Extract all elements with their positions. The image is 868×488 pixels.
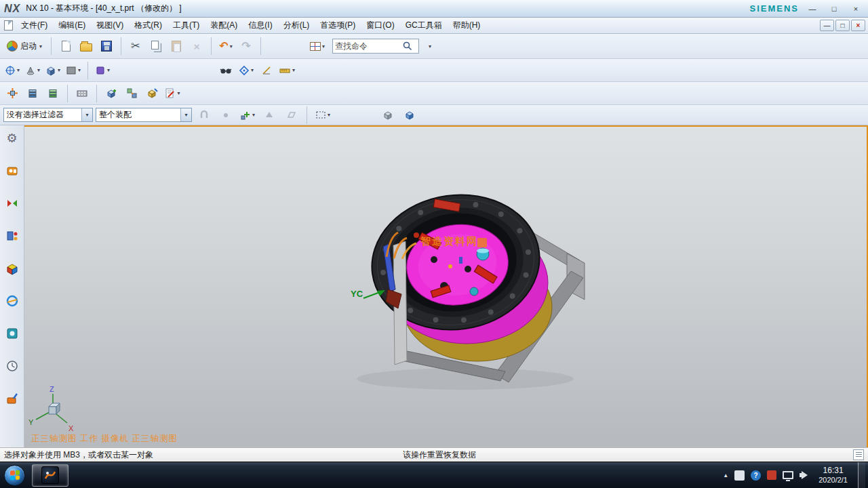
finder-options-button[interactable]: ▾ <box>420 36 439 56</box>
add-component-button[interactable] <box>102 83 121 104</box>
snap-endpoint-button[interactable] <box>216 105 235 125</box>
maximize-button[interactable]: □ <box>826 3 842 15</box>
command-finder-input[interactable] <box>335 41 403 51</box>
dropdown-arrow-icon[interactable]: ▾ <box>39 43 42 49</box>
menu-window[interactable]: 窗口(O) <box>361 18 399 33</box>
annotation-button[interactable]: ▾ <box>163 83 182 104</box>
highlight-body-button[interactable] <box>378 105 397 125</box>
sequence-button[interactable] <box>73 83 92 104</box>
dropdown-arrow-icon[interactable]: ▾ <box>252 112 255 118</box>
nx-taskbar-button[interactable] <box>32 464 68 487</box>
display-tray-icon[interactable] <box>783 471 793 479</box>
menu-gc-toolbox[interactable]: GC工具箱 <box>400 18 448 33</box>
orient-view-button[interactable]: ▾ <box>3 60 22 81</box>
dropdown-arrow-icon[interactable]: ▾ <box>230 43 233 49</box>
dropdown-arrow-icon[interactable]: ▾ <box>328 112 330 118</box>
window-layout-button[interactable]: ▾ <box>308 36 327 56</box>
menu-format[interactable]: 格式(R) <box>129 18 167 33</box>
cut-button[interactable]: ✂ <box>126 36 145 56</box>
assembly-navigator-icon[interactable] <box>5 261 20 276</box>
endpoint-dot-icon <box>221 110 231 120</box>
delete-x-icon: × <box>194 41 200 52</box>
web-browser-icon[interactable] <box>5 326 20 341</box>
minimize-button[interactable]: — <box>804 3 821 15</box>
snap-up-button[interactable] <box>260 105 279 125</box>
menu-tools[interactable]: 工具(T) <box>167 18 205 33</box>
marquee-select-button[interactable]: ▾ <box>313 105 332 125</box>
show-hide-button[interactable]: ▾ <box>93 60 112 81</box>
menu-edit[interactable]: 编辑(E) <box>53 18 91 33</box>
open-file-button[interactable] <box>77 36 96 56</box>
menu-help[interactable]: 帮助(H) <box>448 18 486 33</box>
dropdown-arrow-icon[interactable]: ▾ <box>58 67 60 73</box>
child-restore-button[interactable]: □ <box>835 20 850 31</box>
child-minimize-button[interactable]: — <box>820 20 834 31</box>
delete-button[interactable]: × <box>187 36 206 56</box>
menu-information[interactable]: 信息(I) <box>243 18 277 33</box>
undo-button[interactable]: ↶ ▾ <box>216 36 235 56</box>
copy-button[interactable] <box>146 36 165 56</box>
orient-view-icon <box>5 65 16 76</box>
move-component-button[interactable] <box>3 83 22 104</box>
hidden-icons-chevron[interactable]: ▲ <box>723 472 728 479</box>
snap-point-button[interactable] <box>195 105 214 125</box>
wave-geometry-button[interactable] <box>142 83 161 104</box>
dropdown-arrow-icon[interactable]: ▾ <box>292 67 295 73</box>
history-icon[interactable] <box>5 359 20 373</box>
paste-button[interactable] <box>167 36 186 56</box>
dropdown-arrow-icon[interactable]: ▾ <box>429 43 431 49</box>
background-button[interactable]: ▾ <box>64 60 83 81</box>
taskbar-clock[interactable]: 16:31 2020/2/1 <box>818 466 848 485</box>
menu-view[interactable]: 视图(V) <box>91 18 129 33</box>
dropdown-arrow-icon[interactable]: ▾ <box>78 67 81 73</box>
menu-analysis[interactable]: 分析(L) <box>278 18 315 33</box>
menu-file[interactable]: 文件(F) <box>16 18 53 33</box>
constraint-navigator-icon[interactable] <box>5 196 20 211</box>
highlight-component-button[interactable] <box>400 105 419 125</box>
snap-plane-button[interactable] <box>281 105 300 125</box>
filmstrip-icon <box>76 88 88 99</box>
help-tray-icon[interactable]: ? <box>751 470 761 481</box>
dropdown-arrow-icon[interactable]: ▾ <box>177 90 180 96</box>
menu-preferences[interactable]: 首选项(P) <box>315 18 361 33</box>
show-desktop-button[interactable] <box>858 462 865 488</box>
selection-filter-select[interactable]: 没有选择过滤器 ▾ <box>3 108 93 122</box>
assembly-constraints-button[interactable] <box>23 83 42 104</box>
measure-distance-button[interactable]: ▾ <box>277 60 296 81</box>
general-snap-button[interactable]: ▾ <box>238 105 257 125</box>
status-note-icon[interactable] <box>853 449 864 460</box>
materials-icon[interactable] <box>5 391 20 406</box>
dropdown-arrow-icon[interactable]: ▾ <box>180 108 191 121</box>
dropdown-arrow-icon[interactable]: ▾ <box>37 67 40 73</box>
ime-tray-icon[interactable] <box>734 470 745 481</box>
internet-explorer-icon[interactable] <box>5 293 20 308</box>
start-orb-button[interactable] <box>4 465 25 486</box>
pattern-component-button[interactable] <box>122 83 141 104</box>
app-tray-icon[interactable] <box>767 470 776 480</box>
section-view-button[interactable]: ▾ <box>23 60 42 81</box>
dropdown-arrow-icon[interactable]: ▾ <box>81 108 92 121</box>
command-finder-box[interactable] <box>332 39 419 54</box>
dropdown-arrow-icon[interactable]: ▾ <box>107 67 110 73</box>
redo-button[interactable]: ↷ <box>237 36 256 56</box>
role-icon[interactable] <box>5 163 20 178</box>
dropdown-arrow-icon[interactable]: ▾ <box>17 67 20 73</box>
menu-assemblies[interactable]: 装配(A) <box>205 18 243 33</box>
close-button[interactable]: × <box>848 3 864 15</box>
volume-tray-icon[interactable] <box>800 471 810 479</box>
selection-scope-select[interactable]: 整个装配 ▾ <box>96 108 192 122</box>
child-close-button[interactable]: × <box>851 20 865 31</box>
rendering-style-button[interactable]: ▾ <box>43 60 62 81</box>
dropdown-arrow-icon[interactable]: ▾ <box>322 43 325 49</box>
true-shading-button[interactable] <box>216 60 235 81</box>
show-constraints-button[interactable] <box>43 83 62 104</box>
part-navigator-icon[interactable] <box>5 228 20 243</box>
measure-angle-button[interactable] <box>257 60 276 81</box>
save-button[interactable] <box>97 36 116 56</box>
start-menu-button[interactable]: 启动 ▾ <box>3 37 46 56</box>
graphics-viewport[interactable]: Z Y X 智造资料网 YC 正三轴测图 工作 摄像机 正三轴测图 <box>24 125 868 447</box>
dropdown-arrow-icon[interactable]: ▾ <box>251 67 254 73</box>
new-file-button[interactable] <box>56 36 75 56</box>
roles-gear-icon[interactable]: ⚙ <box>5 131 20 146</box>
vector-display-button[interactable]: ▾ <box>237 60 256 81</box>
